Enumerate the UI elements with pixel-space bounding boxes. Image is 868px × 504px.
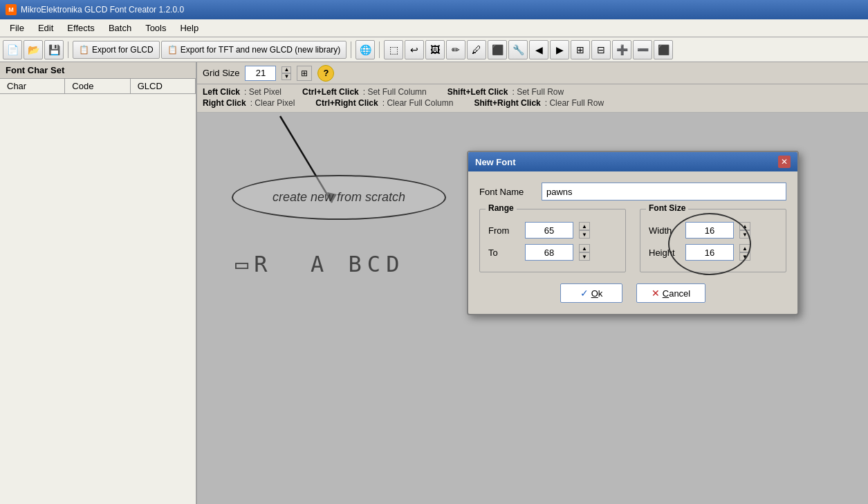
dialog-body: Font Name Range From ▲ [468,171,797,314]
col-code: Code [65,79,130,93]
width-row: Width ▲ ▼ [649,222,777,239]
from-spin-down[interactable]: ▼ [579,230,590,239]
tool9[interactable]: ▶ [550,40,569,59]
height-spin-up[interactable]: ▲ [739,244,750,252]
chars-sample: ▭R A BCD [235,251,405,277]
font-name-input[interactable] [542,183,786,200]
height-input[interactable] [685,244,734,261]
shortcut-shift-right: Shift+Right Click : Clear Full Row [474,98,604,108]
dialog-titlebar: New Font ✕ [468,152,797,171]
height-row: Height ▲ ▼ [649,244,777,261]
app-title: MikroElektronika GLCD Font Creator 1.2.0… [21,5,184,15]
from-input[interactable] [525,222,573,239]
from-label: From [488,225,519,236]
dialog-title: New Font [475,157,516,167]
left-panel: Font Char Set Char Code GLCD [0,62,197,504]
shortcut-shift-left-key: Shift+Left Click [447,87,508,97]
menu-help[interactable]: Help [173,21,205,35]
tool12[interactable]: ➕ [612,40,631,59]
save-button[interactable]: 💾 [44,40,64,59]
to-spin-up[interactable]: ▲ [579,244,590,252]
tool2[interactable]: ↩ [405,40,424,59]
width-label: Width [649,225,680,236]
toolbar-sep-3 [379,41,380,58]
shortcut-left-click: Left Click : Set Pixel [203,87,281,97]
shortcut-right-click-key: Right Click [203,98,246,108]
title-bar: M MikroElektronika GLCD Font Creator 1.2… [0,0,868,19]
shortcut-right-click: Right Click : Clear Pixel [203,98,295,108]
font-size-section-title: Font Size [646,203,688,213]
menu-tools[interactable]: Tools [138,21,173,35]
left-panel-header: Font Char Set [0,62,196,79]
to-input[interactable] [525,244,573,261]
shortcuts-bar: Left Click : Set Pixel Ctrl+Left Click :… [197,84,868,113]
right-panel: Grid Size ▲ ▼ ⊞ ? Left Click : Set Pixel… [197,62,868,504]
annotation-bubble: create new from scratch [232,175,446,220]
grid-toggle-icon[interactable]: ⊞ [297,66,312,81]
cancel-cross: ✕ [652,288,660,299]
app-icon: M [6,4,17,15]
width-spin-up[interactable]: ▲ [739,222,750,230]
annotation-text: create new from scratch [273,190,405,205]
export-tft-icon: 📋 [167,45,178,55]
tool5[interactable]: 🖊 [467,40,486,59]
dialog-close-button[interactable]: ✕ [778,156,791,168]
toolbar-sep-2 [351,41,351,58]
col-char: Char [0,79,65,93]
tool11[interactable]: ⊟ [591,40,611,59]
tool7[interactable]: 🔧 [508,40,528,59]
shortcut-right-click-val: : Clear Pixel [250,98,295,108]
col-glcd: GLCD [131,79,196,93]
tool1[interactable]: ⬚ [384,40,403,59]
tool14[interactable]: ⬛ [654,40,673,59]
range-section: Range From ▲ ▼ To [479,209,626,272]
height-spinners: ▲ ▼ [739,244,750,261]
shortcut-left-click-val: : Set Pixel [244,87,281,97]
menu-edit[interactable]: Edit [31,21,60,35]
canvas-area[interactable]: create new from scratch ▭R A BCD New Fon… [197,113,868,504]
grid-size-spin-up[interactable]: ▲ [281,66,291,73]
to-spin-down[interactable]: ▼ [579,252,590,261]
width-spinners: ▲ ▼ [739,222,750,239]
new-button[interactable]: 📄 [3,40,22,59]
shortcut-ctrl-right-key: Ctrl+Right Click [315,98,378,108]
from-spin-up[interactable]: ▲ [579,222,590,230]
web-button[interactable]: 🌐 [355,40,375,59]
shortcuts-row-2: Right Click : Clear Pixel Ctrl+Right Cli… [203,98,862,108]
toolbar-sep-1 [68,41,68,58]
cancel-button[interactable]: ✕ Cancel [636,283,705,303]
font-name-row: Font Name [479,183,786,200]
shortcut-left-click-key: Left Click [203,87,240,97]
ok-button[interactable]: ✓ Ok [560,283,622,303]
open-button[interactable]: 📂 [24,40,43,59]
shortcut-ctrl-left: Ctrl+Left Click : Set Full Column [302,87,427,97]
menu-batch[interactable]: Batch [102,21,138,35]
shortcut-shift-left: Shift+Left Click : Set Full Row [447,87,564,97]
width-spin-down[interactable]: ▼ [739,230,750,239]
height-label: Height [649,248,680,258]
height-spin-down[interactable]: ▼ [739,252,750,261]
new-font-dialog: New Font ✕ Font Name Range [467,151,799,315]
shortcut-ctrl-right-val: : Clear Full Column [382,98,454,108]
menu-effects[interactable]: Effects [60,21,102,35]
grid-size-spin-down[interactable]: ▼ [281,73,291,80]
range-section-title: Range [486,203,517,213]
from-row: From ▲ ▼ [488,222,617,239]
dialog-buttons: ✓ Ok ✕ Cancel [479,283,786,303]
shortcut-shift-left-val: : Set Full Row [512,87,564,97]
to-label: To [488,248,519,258]
ok-checkmark: ✓ [580,288,589,299]
grid-size-input[interactable] [245,66,276,81]
tool4[interactable]: ✏ [446,40,465,59]
tool13[interactable]: ➖ [633,40,652,59]
tool6[interactable]: ⬛ [488,40,507,59]
tool8[interactable]: ◀ [529,40,548,59]
menu-file[interactable]: File [3,21,31,35]
tool3[interactable]: 🖼 [425,40,445,59]
export-glcd-button[interactable]: 📋 Export for GLCD [73,41,160,59]
width-input[interactable] [685,222,734,239]
main-layout: Font Char Set Char Code GLCD Grid Size ▲… [0,62,868,504]
export-tft-button[interactable]: 📋 Export for TFT and new GLCD (new libra… [161,41,347,59]
tool10[interactable]: ⊞ [571,40,590,59]
help-button[interactable]: ? [317,65,334,82]
